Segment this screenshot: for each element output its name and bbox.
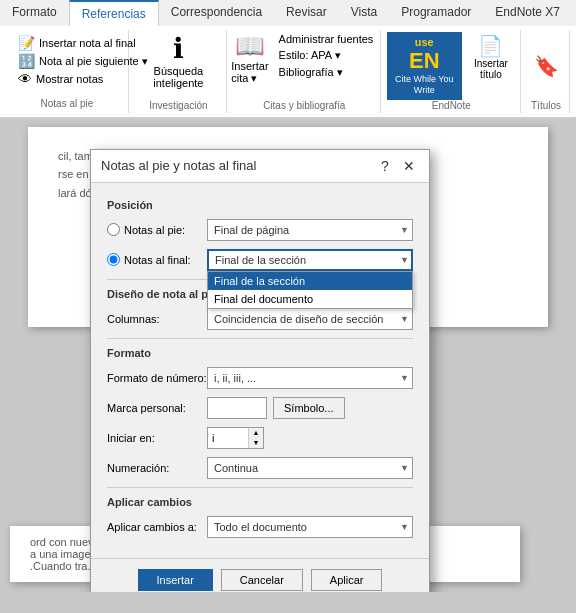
dialog-overlay: Notas al pie y notas al final ? ✕ Posici… [90, 149, 430, 592]
iniciar-en-input[interactable] [208, 428, 248, 448]
notas-final-dropdown: Final de la sección Final del documento [207, 271, 413, 309]
columnas-label: Columnas: [107, 313, 207, 325]
dropdown-option-documento[interactable]: Final del documento [208, 290, 412, 308]
tab-revisar[interactable]: Revisar [274, 0, 339, 26]
titulo-icon[interactable]: 🔖 [534, 54, 559, 78]
dialog-body: Posición Notas al pie: Final de página [91, 183, 429, 558]
administrar-fuentes-btn[interactable]: Administrar fuentes [275, 32, 378, 46]
note2-icon: 🔢 [18, 53, 35, 69]
insertar-nota-label: Insertar nota al final [39, 37, 136, 49]
footnote-endnote-dialog: Notas al pie y notas al final ? ✕ Posici… [90, 149, 430, 592]
note-icon: 📝 [18, 35, 35, 51]
insertar-cita-label: Insertar cita ▾ [231, 60, 268, 85]
notas-final-select-wrapper: Final de la sección Final de la sección … [207, 249, 413, 271]
simbolo-button[interactable]: Símbolo... [273, 397, 345, 419]
insertar-titulo-btn[interactable]: 📄 Insertar título [466, 32, 516, 100]
posicion-label: Posición [107, 199, 413, 211]
dialog-title-bar: Notas al pie y notas al final ? ✕ [91, 150, 429, 183]
bibliografia-btn[interactable]: Bibliografía ▾ [275, 65, 378, 80]
insertar-nota-final-btn[interactable]: 📝 Insertar nota al final [14, 34, 120, 52]
insertar-cita-btn[interactable]: 📖 Insertar cita ▾ [231, 32, 268, 85]
iniciar-en-label: Iniciar en: [107, 432, 207, 444]
columnas-row: Columnas: Coincidencia de diseño de secc… [107, 308, 413, 330]
numeracion-label: Numeración: [107, 462, 207, 474]
tab-programador[interactable]: Programador [389, 0, 483, 26]
ribbon-content: 📝 Insertar nota al final 🔢 Nota al pie s… [0, 26, 576, 118]
formato-numero-row: Formato de número: i, ii, iii, ... [107, 367, 413, 389]
document-area: cil, también,... ntraer pa rse en el tex… [0, 119, 576, 592]
marca-personal-label: Marca personal: [107, 402, 207, 414]
numeracion-row: Numeración: Continua [107, 457, 413, 479]
notas-pie-radio-container: Notas al pie: [107, 223, 207, 236]
notas-al-final-select[interactable]: Final de la sección [207, 249, 413, 271]
nota-pie-siguiente-btn[interactable]: 🔢 Nota al pie siguiente ▾ [14, 52, 120, 70]
title-icon: 📄 [478, 34, 503, 58]
citas-group: 📖 Insertar cita ▾ Administrar fuentes Es… [229, 30, 381, 113]
cite-while-you-write-btn[interactable]: use EN Cite While You Write [387, 32, 462, 100]
marca-personal-input[interactable] [207, 397, 267, 419]
aplicar-button[interactable]: Aplicar [311, 569, 383, 591]
cite-while-label: Cite While You Write [395, 74, 454, 96]
mostrar-notas-label: Mostrar notas [36, 73, 103, 85]
aplicar-cambios-a-label: Aplicar cambios a: [107, 521, 207, 533]
notas-al-final-row: Notas al final: Final de la sección Fina… [107, 249, 413, 271]
ribbon: Formato Referencias Correspondencia Revi… [0, 0, 576, 119]
notas-al-final-radio[interactable] [107, 253, 120, 266]
endnote-group-label: EndNote [432, 100, 471, 111]
use-label: use [415, 36, 434, 48]
endnote-group: use EN Cite While You Write 📄 Insertar t… [383, 30, 521, 113]
insertar-cita-icon: 📖 [235, 32, 265, 60]
en-label: EN [409, 48, 440, 74]
notas-final-radio-container: Notas al final: [107, 253, 207, 266]
help-button[interactable]: ? [375, 156, 395, 176]
marca-personal-row: Marca personal: Símbolo... [107, 397, 413, 419]
investigacion-group: ℹ Búsqueda inteligente Investigación [131, 30, 227, 113]
spin-down-btn[interactable]: ▼ [249, 438, 263, 448]
formato-label: Formato [107, 347, 413, 359]
titulos-group-label: Títulos [531, 100, 561, 111]
numeracion-wrapper: Continua [207, 457, 413, 479]
tab-endnote[interactable]: EndNote X7 [483, 0, 572, 26]
columnas-select[interactable]: Coincidencia de diseño de sección [207, 308, 413, 330]
notas-pie-label: Notas al pie: [124, 224, 185, 236]
dropdown-option-seccion[interactable]: Final de la sección [208, 272, 412, 290]
citas-group-label: Citas y bibliografía [263, 100, 345, 111]
dialog-title-buttons: ? ✕ [375, 156, 419, 176]
mostrar-notas-btn[interactable]: 👁 Mostrar notas [14, 70, 120, 88]
tab-referencias[interactable]: Referencias [69, 0, 159, 26]
formato-numero-label: Formato de número: [107, 372, 207, 384]
notas-final-label: Notas al final: [124, 254, 191, 266]
busqueda-icon[interactable]: ℹ [173, 32, 184, 65]
notas-pie-select-wrapper: Final de página [207, 219, 413, 241]
spin-buttons: ▲ ▼ [248, 428, 263, 448]
cancelar-button[interactable]: Cancelar [221, 569, 303, 591]
busqueda-label: Búsqueda inteligente [139, 65, 218, 89]
divider-2 [107, 338, 413, 339]
close-button[interactable]: ✕ [399, 156, 419, 176]
titulos-group: 🔖 Títulos [523, 30, 570, 113]
tab-correspondencia[interactable]: Correspondencia [159, 0, 274, 26]
dialog-footer: Insertar Cancelar Aplicar [91, 558, 429, 592]
iniciar-en-spinner: ▲ ▼ [207, 427, 264, 449]
insertar-button[interactable]: Insertar [138, 569, 213, 591]
notas-group-label: Notas al pie [14, 98, 120, 109]
iniciar-en-row: Iniciar en: ▲ ▼ [107, 427, 413, 449]
investigacion-group-label: Investigación [149, 100, 207, 111]
tab-formato[interactable]: Formato [0, 0, 69, 26]
aplicar-cambios-a-select[interactable]: Todo el documento [207, 516, 413, 538]
numeracion-select[interactable]: Continua [207, 457, 413, 479]
aplicar-cambios-row: Aplicar cambios a: Todo el documento [107, 516, 413, 538]
ribbon-tabs: Formato Referencias Correspondencia Revi… [0, 0, 576, 26]
formato-numero-wrapper: i, ii, iii, ... [207, 367, 413, 389]
spin-up-btn[interactable]: ▲ [249, 428, 263, 438]
notas-al-pie-row: Notas al pie: Final de página [107, 219, 413, 241]
notas-al-pie-select[interactable]: Final de página [207, 219, 413, 241]
notas-al-pie-radio[interactable] [107, 223, 120, 236]
show-icon: 👁 [18, 71, 32, 87]
aplicar-cambios-label: Aplicar cambios [107, 496, 413, 508]
estilo-btn[interactable]: Estilo: APA ▾ [275, 48, 378, 63]
tab-vista[interactable]: Vista [339, 0, 389, 26]
columnas-select-wrapper: Coincidencia de diseño de sección [207, 308, 413, 330]
notas-al-pie-group: 📝 Insertar nota al final 🔢 Nota al pie s… [6, 30, 129, 113]
formato-numero-select[interactable]: i, ii, iii, ... [207, 367, 413, 389]
